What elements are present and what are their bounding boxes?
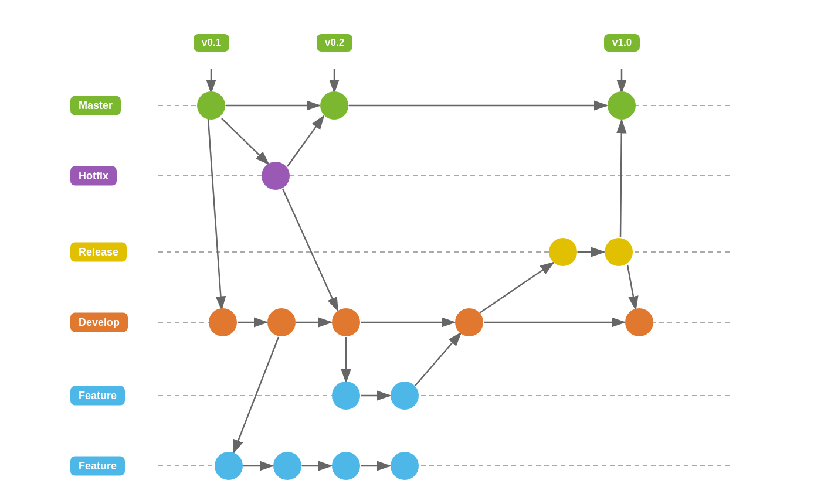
node-master-2 [320, 91, 348, 120]
arrow-master1-develop1 [208, 119, 222, 309]
arrow-dev4-release1 [480, 263, 554, 313]
node-develop-4 [455, 308, 483, 336]
node-hotfix-1 [262, 162, 290, 190]
arrow-master1-hotfix [222, 118, 269, 164]
node-release-1 [549, 238, 577, 266]
arrow-hotfix-master2 [287, 116, 324, 166]
node-master-3 [608, 91, 636, 120]
diagram-container: Master Hotfix Release Develop Feature Fe… [59, 23, 762, 481]
node-feature2-2 [273, 452, 301, 480]
node-feature2-3 [332, 452, 360, 480]
node-develop-5 [625, 308, 653, 336]
node-feature1-2 [391, 382, 419, 410]
node-master-1 [197, 91, 225, 120]
arrow-hotfix-develop3 [283, 189, 338, 311]
node-feature1-1 [332, 382, 360, 410]
node-feature2-1 [215, 452, 243, 480]
arrow-release2-dev5 [627, 265, 636, 309]
arrow-dev2-feat2 [233, 337, 279, 453]
arrow-feat1-2-dev4 [415, 333, 461, 386]
arrow-release2-master3 [620, 120, 622, 237]
node-develop-1 [209, 308, 237, 336]
node-feature2-4 [391, 452, 419, 480]
diagram-svg [59, 23, 762, 481]
node-develop-3 [332, 308, 360, 336]
node-release-2 [605, 238, 633, 266]
node-develop-2 [267, 308, 296, 336]
